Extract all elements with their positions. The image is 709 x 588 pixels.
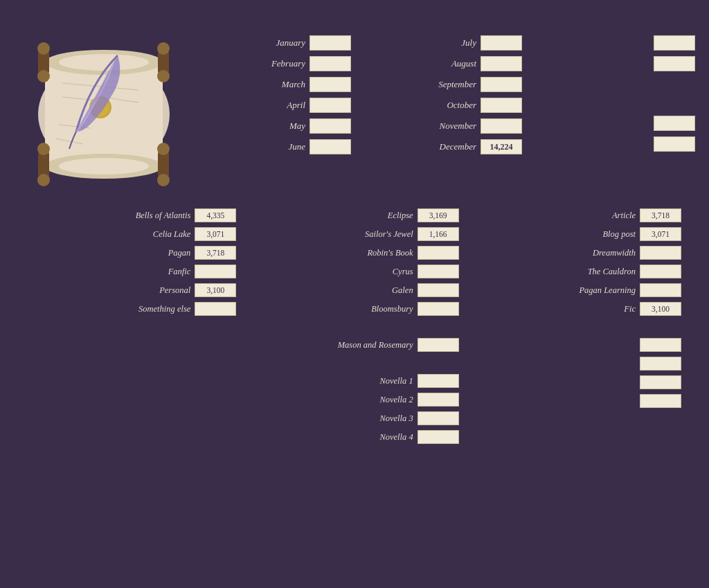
project-row: Pagan 3,718 [28,245,236,260]
month-row: June [194,139,351,155]
project-row: Cyrus [250,264,458,279]
page-container: January February March April May June Ju… [0,0,709,588]
month-label: March [250,79,305,90]
month-row: July [365,35,522,51]
svg-point-13 [37,143,50,155]
month-words-per-day-value [654,136,695,152]
project-label: Bloomsbury [371,304,413,314]
project-row: Blog post 3,071 [473,226,681,242]
project-value [195,302,236,316]
project-row: Bells of Atlantis 4,335 [28,208,236,223]
month-value: 14,224 [481,139,522,154]
bottom-section: Bells of Atlantis 4,335 Celia Lake 3,071… [14,208,695,445]
project-value [418,338,459,352]
project-value: 3,718 [195,246,236,260]
right-summary [529,35,695,152]
svg-point-17 [157,174,170,186]
project-row: Galen [250,283,458,298]
month-row: December 14,224 [365,139,522,155]
project-value [640,283,681,297]
project-row [473,393,681,409]
project-row: Fic 3,100 [473,301,681,317]
scroll-icon [28,42,180,187]
project-value [418,246,459,260]
project-value: 1,166 [418,227,459,241]
project-label: Novella 1 [379,376,413,386]
project-value [195,265,236,278]
project-row: Dreamwidth [473,245,681,260]
project-value [418,393,459,407]
month-value [309,35,351,51]
project-row: Bloomsbury [250,301,458,317]
month-label: November [421,121,476,132]
month-label: April [250,100,305,111]
month-value [309,77,351,92]
month-value [309,118,351,134]
project-row: Something else [28,301,236,317]
project-row [473,375,681,390]
total-words-value [654,35,695,51]
project-value [640,375,681,389]
month-value [481,35,522,51]
project-value: 3,100 [195,283,236,297]
month-value [309,56,351,71]
best-word-count-value [654,116,695,131]
project-label: Dreamwidth [593,248,636,258]
month-label: September [421,79,476,90]
svg-point-3 [59,54,149,71]
month-row: February [194,55,351,72]
project-row: Mason and Rosemary [250,337,458,353]
svg-point-16 [157,143,170,155]
project-label: Celia Lake [153,229,191,240]
month-value [481,77,522,92]
project-value [640,265,681,278]
project-label: Personal [159,285,190,296]
month-value [481,118,522,134]
words-per-day-value [654,56,695,71]
project-row: Novella 2 [250,392,458,407]
project-value [418,374,459,388]
project-label: Novella 3 [379,413,413,424]
project-label: Blog post [602,229,636,240]
project-value [418,430,459,444]
project-label: Eclipse [388,211,413,221]
project-label: Fanfic [168,267,191,277]
project-value [418,283,459,297]
left-project-column: Bells of Atlantis 4,335 Celia Lake 3,071… [28,208,236,445]
project-row: Fanfic [28,264,236,279]
middle-project-column: Eclipse 3,169 Sailor's Jewel 1,166 Robin… [250,208,458,445]
month-label: February [250,58,305,69]
month-row: November [365,118,522,134]
project-row: Sailor's Jewel 1,166 [250,226,458,242]
month-row: August [365,55,522,72]
project-row: Novella 1 [250,373,458,389]
project-label: Sailor's Jewel [365,229,413,240]
project-label: Pagan Learning [579,285,636,296]
project-value [418,411,459,425]
project-label: The Cauldron [588,267,636,277]
project-value: 3,071 [195,227,236,241]
month-label: May [250,121,305,132]
project-row: Personal 3,100 [28,283,236,298]
month-value [481,98,522,113]
project-row [473,337,681,353]
right-project-column: Article 3,718 Blog post 3,071 Dreamwidth… [473,208,681,445]
project-row: The Cauldron [473,264,681,279]
project-row: Eclipse 3,169 [250,208,458,223]
project-value [640,246,681,260]
top-section: January February March April May June Ju… [14,35,695,187]
svg-point-5 [59,158,149,175]
project-label: Article [612,211,636,221]
project-label: Robin's Book [367,248,413,258]
words-per-day-row [529,55,695,72]
project-row: Novella 3 [250,411,458,426]
project-value: 3,100 [640,302,681,316]
month-row: September [365,76,522,93]
project-row: Novella 4 [250,429,458,445]
svg-point-10 [157,42,170,55]
month-row: March [194,76,351,93]
project-label: Fic [624,304,636,314]
total-words-row [529,35,695,51]
svg-point-11 [157,70,170,82]
project-label: Something else [138,304,190,314]
